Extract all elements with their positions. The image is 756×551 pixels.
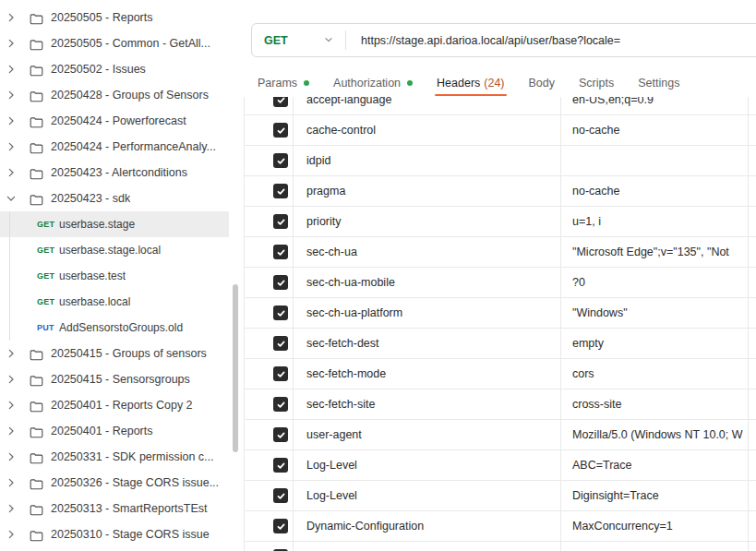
header-key-cell[interactable]: sec-fetch-dest xyxy=(294,329,561,358)
header-value-cell[interactable]: en-US,en;q=0.9 xyxy=(561,97,749,114)
checkbox-checked-icon[interactable] xyxy=(273,488,288,503)
request-label: userbase.test xyxy=(59,270,126,282)
sidebar-folder-item[interactable]: 20250331 - SDK permission c... xyxy=(0,444,229,470)
header-value-cell[interactable]: MaxConcurrency=1 xyxy=(561,511,749,541)
header-value-cell[interactable]: ?0 xyxy=(561,268,749,297)
method-dropdown[interactable]: GET xyxy=(252,32,345,49)
sidebar-folder-item[interactable]: 20250505 - Common - GetAll... xyxy=(0,30,229,56)
header-description-cell[interactable] xyxy=(749,389,756,419)
header-value-cell[interactable]: cross-site xyxy=(561,389,749,419)
header-value-cell[interactable]: empty xyxy=(561,329,749,358)
sidebar-request-item[interactable]: GET userbase.local xyxy=(0,289,229,315)
header-value-cell[interactable]: "Microsoft Edge";v="135", "Not xyxy=(561,237,749,267)
header-key-cell[interactable]: priority xyxy=(294,207,561,236)
tab-authorization[interactable]: Authorization xyxy=(331,70,414,96)
header-key-cell[interactable]: sec-ch-ua xyxy=(294,237,561,267)
sidebar-folder-item[interactable]: 20250401 - Reports Copy 2 xyxy=(0,392,229,418)
header-value-cell[interactable]: "Windows" xyxy=(561,298,749,328)
checkbox-checked-icon[interactable] xyxy=(273,153,288,168)
header-value-cell[interactable]: Mozilla/5.0 (Windows NT 10.0; W xyxy=(561,420,749,449)
header-key-cell[interactable]: user-agent xyxy=(294,420,561,449)
tab-settings[interactable]: Settings xyxy=(636,70,681,96)
sidebar-folder-item[interactable]: 20250424 - PerformanceAnaly... xyxy=(0,134,229,160)
header-description-cell[interactable] xyxy=(749,298,756,328)
folder-icon xyxy=(30,64,43,76)
checkbox-checked-icon[interactable] xyxy=(273,123,288,138)
sidebar-folder-item[interactable]: 20250428 - Groups of Sensors xyxy=(0,82,229,108)
tab-body[interactable]: Body xyxy=(527,70,558,96)
header-key-cell[interactable]: sec-fetch-mode xyxy=(294,359,561,389)
header-key-cell[interactable]: sec-ch-ua-mobile xyxy=(294,268,561,297)
tab-scripts[interactable]: Scripts xyxy=(577,70,616,96)
header-key-cell[interactable]: cache-control xyxy=(294,115,561,145)
header-description-cell[interactable] xyxy=(749,481,756,510)
checkbox-checked-icon[interactable] xyxy=(273,458,288,473)
header-description-cell[interactable] xyxy=(749,329,756,358)
sidebar-request-item[interactable]: GET userbase.test xyxy=(0,263,229,289)
header-description-cell[interactable] xyxy=(749,268,756,297)
sidebar-folder-item[interactable]: 20250313 - SmartReportsTEst xyxy=(0,496,229,521)
sidebar-request-item[interactable]: GET userbase.stage xyxy=(0,211,229,237)
folder-icon xyxy=(30,348,43,360)
header-value-cell[interactable]: no-cache xyxy=(561,176,749,206)
sidebar-folder-item[interactable]: 20250415 - Sensorsgroups xyxy=(0,366,229,392)
header-description-cell[interactable] xyxy=(749,450,756,480)
checkbox-checked-icon[interactable] xyxy=(273,519,288,533)
header-value-cell[interactable]: cors xyxy=(561,359,749,389)
header-key-cell[interactable]: Dynamic-Configuration xyxy=(294,511,561,541)
header-key-cell[interactable]: Log-Level xyxy=(294,481,561,510)
header-value-cell[interactable]: u=1, i xyxy=(561,207,749,236)
header-key-cell[interactable] xyxy=(294,542,561,551)
header-key-cell[interactable]: idpid xyxy=(294,146,561,175)
header-value-cell[interactable]: Diginsight=Trace xyxy=(561,481,749,510)
header-key-cell[interactable]: sec-ch-ua-platform xyxy=(294,298,561,328)
header-description-cell[interactable] xyxy=(749,207,756,236)
header-description-cell[interactable] xyxy=(749,511,756,541)
checkbox-checked-icon[interactable] xyxy=(273,97,288,107)
header-key-cell[interactable]: sec-fetch-site xyxy=(294,389,561,419)
sidebar-folder-item[interactable]: 20250502 - Issues xyxy=(0,56,229,82)
tab-params[interactable]: Params xyxy=(256,70,311,96)
request-panel: GET https://stage.api.darioa.local/api/u… xyxy=(240,0,756,551)
sidebar-folder-item[interactable]: 20250424 - Powerforecast xyxy=(0,108,229,134)
sidebar-request-item[interactable]: GET userbase.stage.local xyxy=(0,237,229,263)
url-input[interactable]: https://stage.api.darioa.local/api/user/… xyxy=(346,34,620,47)
checkbox-checked-icon[interactable] xyxy=(273,305,288,320)
header-description-cell[interactable] xyxy=(749,176,756,206)
header-row: Log-Level ABC=Trace xyxy=(244,450,756,481)
sidebar-folder-item[interactable]: 20250326 - Stage CORS issue... xyxy=(0,470,229,496)
chevron-right-icon xyxy=(6,38,17,49)
header-description-cell[interactable] xyxy=(749,97,756,114)
header-description-cell[interactable] xyxy=(749,542,756,551)
folder-icon xyxy=(30,12,43,24)
checkbox-checked-icon[interactable] xyxy=(273,427,288,442)
header-description-cell[interactable] xyxy=(749,146,756,175)
checkbox-checked-icon[interactable] xyxy=(273,214,288,229)
sidebar-folder-item[interactable]: 20250310 - Stage CORS issue xyxy=(0,521,229,547)
checkbox-checked-icon[interactable] xyxy=(273,366,288,381)
header-value-cell[interactable]: no-cache xyxy=(561,115,749,145)
sidebar-folder-item[interactable]: 20250505 - Reports xyxy=(0,5,229,30)
header-description-cell[interactable] xyxy=(749,237,756,267)
header-description-cell[interactable] xyxy=(749,420,756,449)
header-description-cell[interactable] xyxy=(749,359,756,389)
sidebar-folder-item[interactable]: 20250423 - sdk xyxy=(0,186,229,211)
sidebar-folder-item[interactable]: 20250415 - Groups of sensors xyxy=(0,341,229,366)
tab-headers[interactable]: Headers (24) xyxy=(435,70,506,96)
sidebar-scrollbar[interactable] xyxy=(233,284,238,452)
checkbox-checked-icon[interactable] xyxy=(273,245,288,259)
header-value-cell[interactable] xyxy=(561,146,749,175)
sidebar-request-item[interactable]: PUT AddSensorstoGroups.old xyxy=(0,315,229,341)
header-key-cell[interactable]: accept-language xyxy=(294,97,561,114)
header-description-cell[interactable] xyxy=(749,115,756,145)
header-key-cell[interactable]: pragma xyxy=(294,176,561,206)
checkbox-checked-icon[interactable] xyxy=(273,397,288,412)
checkbox-checked-icon[interactable] xyxy=(273,336,288,351)
header-key-cell[interactable]: Log-Level xyxy=(294,450,561,480)
sidebar-folder-item[interactable]: 20250401 - Reports xyxy=(0,418,229,444)
sidebar-folder-item[interactable]: 20250423 - Alertconditions xyxy=(0,160,229,186)
checkbox-checked-icon[interactable] xyxy=(273,275,288,290)
header-value-cell[interactable] xyxy=(561,542,749,551)
checkbox-checked-icon[interactable] xyxy=(273,184,288,198)
header-value-cell[interactable]: ABC=Trace xyxy=(561,450,749,480)
